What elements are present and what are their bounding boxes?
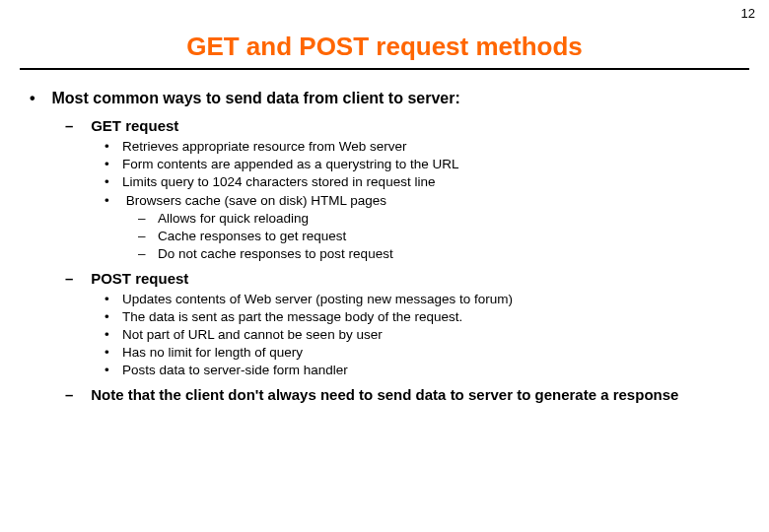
- post-heading-text: POST request: [91, 270, 188, 287]
- list-item: Posts data to server-side form handler: [105, 362, 749, 379]
- list-item-text: Has no limit for length of query: [122, 345, 303, 360]
- list-item: Limits query to 1024 characters stored i…: [105, 173, 749, 191]
- list-item: Cache responses to get request: [138, 228, 749, 245]
- list-item-text: Allows for quick reloading: [158, 211, 309, 226]
- list-item-text: Retrieves appropriate resource from Web …: [122, 139, 407, 154]
- main-bullet-text: Most common ways to send data from clien…: [51, 90, 459, 106]
- post-heading: POST request Updates contents of Web ser…: [65, 270, 749, 380]
- list-item: Retrieves appropriate resource from Web …: [105, 138, 749, 156]
- list-item-text: Limits query to 1024 characters stored i…: [122, 174, 435, 189]
- slide-title: GET and POST request methods: [20, 32, 749, 62]
- list-item: Browsers cache (save on disk) HTML pages…: [105, 192, 749, 264]
- list-item: Do not cache responses to post request: [138, 245, 749, 263]
- note-bullet: Note that the client don't always need t…: [65, 386, 749, 403]
- list-item-text: The data is sent as part the message bod…: [122, 309, 462, 324]
- list-item-text: Do not cache responses to post request: [158, 246, 393, 261]
- list-item: Has no limit for length of query: [105, 344, 749, 362]
- list-item-text: Form contents are appended as a querystr…: [122, 157, 458, 171]
- page-number: 12: [741, 6, 755, 21]
- list-item-text: Browsers cache (save on disk) HTML pages: [126, 193, 386, 208]
- list-item: Not part of URL and cannot be seen by us…: [105, 326, 749, 344]
- list-item: Allows for quick reloading: [138, 210, 749, 228]
- list-item-text: Cache responses to get request: [158, 229, 346, 243]
- list-item: The data is sent as part the message bod…: [105, 308, 749, 326]
- list-item: Updates contents of Web server (posting …: [105, 291, 749, 308]
- list-item-text: Posts data to server-side form handler: [122, 363, 348, 377]
- title-divider: [20, 68, 749, 70]
- slide-content: Most common ways to send data from clien…: [20, 90, 749, 403]
- note-text: Note that the client don't always need t…: [91, 386, 678, 403]
- list-item-text: Not part of URL and cannot be seen by us…: [122, 327, 383, 342]
- get-heading-text: GET request: [91, 117, 178, 134]
- list-item-text: Updates contents of Web server (posting …: [122, 292, 513, 306]
- main-bullet: Most common ways to send data from clien…: [30, 90, 749, 403]
- get-heading: GET request Retrieves appropriate resour…: [65, 117, 749, 264]
- list-item: Form contents are appended as a querystr…: [105, 156, 749, 173]
